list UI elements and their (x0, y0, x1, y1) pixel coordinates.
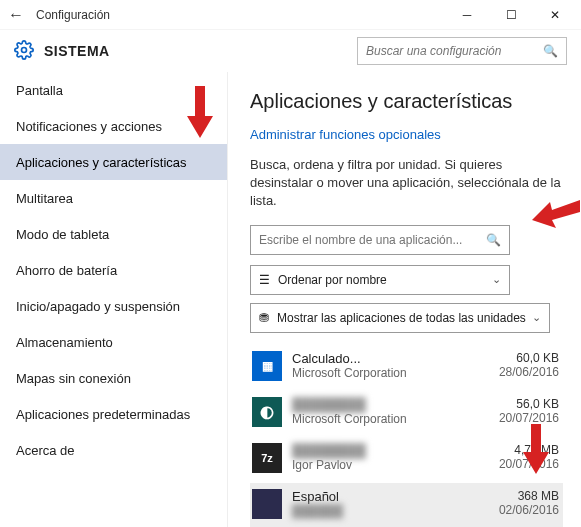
manage-optional-features-link[interactable]: Administrar funciones opcionales (250, 127, 441, 142)
app-name: ████████ (292, 397, 469, 412)
sidebar: PantallaNotificaciones y accionesAplicac… (0, 72, 228, 527)
close-button[interactable]: ✕ (533, 0, 577, 30)
app-size: 60,0 KB (479, 351, 559, 365)
app-name: Calculado... (292, 351, 469, 366)
titlebar: ← Configuración ─ ☐ ✕ (0, 0, 581, 30)
page-description: Busca, ordena y filtra por unidad. Si qu… (250, 156, 563, 211)
app-name: Español (292, 489, 469, 504)
settings-search-input[interactable] (366, 44, 543, 58)
header: SISTEMA 🔍 (0, 30, 581, 72)
app-row[interactable]: Español ██████ 368 MB 02/06/2016 (250, 483, 563, 527)
sidebar-item[interactable]: Acerca de (0, 432, 227, 468)
app-size: 4,75 MB (479, 443, 559, 457)
app-publisher: Microsoft Corporation (292, 412, 469, 426)
minimize-button[interactable]: ─ (445, 0, 489, 30)
search-icon: 🔍 (486, 233, 501, 247)
system-label: SISTEMA (44, 43, 110, 59)
app-icon: ▦ (252, 351, 282, 381)
sidebar-item[interactable]: Ahorro de batería (0, 252, 227, 288)
app-row[interactable]: 7z ████████ Igor Pavlov 4,75 MB 20/07/20… (250, 437, 563, 483)
app-date: 02/06/2016 (479, 503, 559, 517)
sort-dropdown[interactable]: ☰Ordenar por nombre ⌄ (250, 265, 510, 295)
app-size: 368 MB (479, 489, 559, 503)
sidebar-item[interactable]: Inicio/apagado y suspensión (0, 288, 227, 324)
app-date: 20/07/2016 (479, 411, 559, 425)
app-date: 28/06/2016 (479, 365, 559, 379)
sort-icon: ☰ (259, 273, 270, 287)
app-list: ▦ Calculado... Microsoft Corporation 60,… (250, 345, 563, 527)
sidebar-item[interactable]: Aplicaciones predeterminadas (0, 396, 227, 432)
sidebar-item[interactable]: Almacenamiento (0, 324, 227, 360)
app-size: 56,0 KB (479, 397, 559, 411)
chevron-down-icon: ⌄ (532, 311, 541, 324)
sidebar-item[interactable]: Pantalla (0, 72, 227, 108)
app-row[interactable]: ▦ Calculado... Microsoft Corporation 60,… (250, 345, 563, 391)
search-icon: 🔍 (543, 44, 558, 58)
sidebar-item[interactable]: Notificaciones y acciones (0, 108, 227, 144)
chevron-down-icon: ⌄ (492, 273, 501, 286)
app-publisher: Igor Pavlov (292, 458, 469, 472)
filter-label: Mostrar las aplicaciones de todas las un… (277, 311, 526, 325)
drive-icon: ⛃ (259, 311, 269, 325)
app-name: ████████ (292, 443, 469, 458)
window-title: Configuración (36, 8, 110, 22)
sidebar-item[interactable]: Multitarea (0, 180, 227, 216)
sort-label: Ordenar por nombre (278, 273, 387, 287)
gear-icon (14, 40, 34, 63)
settings-search[interactable]: 🔍 (357, 37, 567, 65)
app-publisher: Microsoft Corporation (292, 366, 469, 380)
back-button[interactable]: ← (8, 6, 32, 24)
app-icon: ◐ (252, 397, 282, 427)
maximize-button[interactable]: ☐ (489, 0, 533, 30)
app-date: 20/07/2016 (479, 457, 559, 471)
app-icon: 7z (252, 443, 282, 473)
app-publisher: ██████ (292, 504, 469, 518)
sidebar-item[interactable]: Aplicaciones y características (0, 144, 227, 180)
content-pane: Aplicaciones y características Administr… (228, 72, 581, 527)
sidebar-item[interactable]: Modo de tableta (0, 216, 227, 252)
page-title: Aplicaciones y características (250, 90, 563, 113)
svg-point-0 (22, 47, 27, 52)
app-row[interactable]: ◐ ████████ Microsoft Corporation 56,0 KB… (250, 391, 563, 437)
filter-dropdown[interactable]: ⛃Mostrar las aplicaciones de todas las u… (250, 303, 550, 333)
app-search-input[interactable] (259, 233, 486, 247)
app-icon (252, 489, 282, 519)
sidebar-item[interactable]: Mapas sin conexión (0, 360, 227, 396)
app-search-field[interactable]: 🔍 (250, 225, 510, 255)
